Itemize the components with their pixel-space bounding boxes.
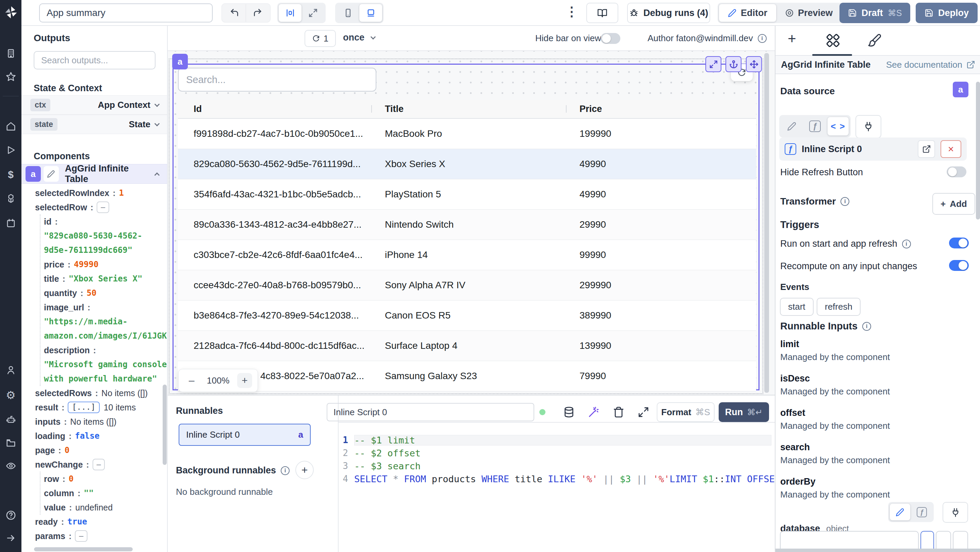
tree-row[interactable]: selectedRowIndex:1 xyxy=(21,186,168,200)
connect-plug-button[interactable] xyxy=(856,115,881,138)
schedule-dropdown[interactable]: once xyxy=(343,32,375,43)
column-header-title[interactable]: Title xyxy=(385,104,579,115)
run-on-start-toggle[interactable] xyxy=(949,237,969,248)
format-button[interactable]: Format ⌘S xyxy=(657,402,714,422)
move-component-button[interactable] xyxy=(746,56,762,72)
full-width-button[interactable] xyxy=(301,4,324,22)
desktop-view-button[interactable] xyxy=(360,4,382,22)
ctx-row[interactable]: ctx App Context xyxy=(21,95,168,115)
table-header[interactable]: Id Title Price xyxy=(178,100,756,119)
add-background-runnable-button[interactable]: + xyxy=(295,461,314,479)
zoom-in-button[interactable]: + xyxy=(237,373,252,388)
static-pencil-button[interactable] xyxy=(890,504,910,520)
column-header-id[interactable]: Id xyxy=(178,104,385,115)
tree-row[interactable]: amazon.com/images/I/61JGKho xyxy=(21,329,168,343)
tree-row[interactable]: with powerful hardware" xyxy=(21,372,168,386)
tree-row[interactable]: quantity:50 xyxy=(21,286,168,300)
code-line[interactable]: 3-- $3 search xyxy=(339,460,772,472)
tree-row[interactable]: selectedRow:– xyxy=(21,200,168,215)
more-menu-kebab-icon[interactable]: ⋮ xyxy=(565,4,578,19)
hide-bar-toggle[interactable] xyxy=(601,33,620,44)
connect-plug-button[interactable] xyxy=(943,502,968,523)
deploy-button[interactable]: Deploy xyxy=(916,3,978,23)
folders-icon[interactable] xyxy=(6,437,16,448)
tree-row[interactable]: 9d5e-7611199dc669" xyxy=(21,243,168,257)
tree-expand-box[interactable]: – xyxy=(75,530,88,542)
table-row[interactable]: b3e864c8-7fe3-4270-89e9-54c12038...Canon… xyxy=(178,301,756,331)
redo-button[interactable] xyxy=(246,4,269,22)
tree-expand-box[interactable]: – xyxy=(92,459,105,470)
tree-row[interactable]: "829ca080-5630-4562- xyxy=(21,229,168,243)
recompute-toggle[interactable] xyxy=(949,260,969,271)
run-button[interactable]: Run ⌘↵ xyxy=(719,402,769,422)
table-row[interactable]: c303bce7-cb2e-42c6-8fdf-6aa01fc4e4...iPh… xyxy=(178,240,756,270)
aggrid-table-component[interactable]: Search... Id Title Price f991898d-cb27-4… xyxy=(172,64,759,390)
tree-row[interactable]: image_url: xyxy=(21,300,168,315)
resources-cube-icon[interactable] xyxy=(6,193,16,204)
insert-component-tab-plus-icon[interactable]: + xyxy=(788,31,796,47)
draft-button[interactable]: Draft ⌘S xyxy=(840,3,910,23)
rename-pencil-button[interactable] xyxy=(43,166,59,182)
info-icon[interactable]: i xyxy=(758,34,767,43)
app-summary-input[interactable]: App summary xyxy=(39,3,213,22)
runnable-item-inline-script-0[interactable]: Inline Script 0 a xyxy=(179,424,311,446)
column-header-price[interactable]: Price xyxy=(579,104,756,115)
anchor-component-button[interactable] xyxy=(725,56,741,72)
remove-script-button[interactable]: × xyxy=(940,140,961,158)
info-icon[interactable]: i xyxy=(862,322,871,331)
canvas-grid[interactable]: a Search... Id Title Price f991898d-cb27… xyxy=(168,51,775,395)
eval-code-button[interactable]: < > xyxy=(827,117,849,135)
schedules-calendar-icon[interactable] xyxy=(6,218,16,228)
ai-wand-icon[interactable] xyxy=(588,406,600,418)
docs-book-button[interactable] xyxy=(586,3,618,23)
event-chip-start[interactable]: start xyxy=(780,298,814,316)
info-icon[interactable]: i xyxy=(902,240,911,248)
fn-input-button[interactable]: ƒ xyxy=(912,504,932,520)
tree-row[interactable]: description: xyxy=(21,343,168,357)
tree-row[interactable]: loading:false xyxy=(21,429,168,443)
table-row[interactable]: 89c0a336-1343-4812-ac34-e4bb8e27...Ninte… xyxy=(178,210,756,240)
zoom-out-button[interactable]: – xyxy=(184,373,199,388)
mobile-view-button[interactable] xyxy=(337,4,360,22)
refresh-count-button[interactable]: 1 xyxy=(305,30,336,47)
tree-row[interactable]: selectedRows:No items ([]) xyxy=(21,386,168,400)
canvas-scrollbar[interactable] xyxy=(764,53,769,393)
outputs-hscrollbar[interactable] xyxy=(34,547,133,551)
tree-row[interactable]: page:0 xyxy=(21,443,168,457)
windmill-logo-icon[interactable] xyxy=(3,5,18,20)
tab-editor[interactable]: Editor xyxy=(719,4,776,22)
fullscreen-icon[interactable] xyxy=(638,406,649,418)
settings-gear-icon[interactable]: ⚙ xyxy=(6,389,16,402)
tree-row[interactable]: newChange:– xyxy=(21,457,168,472)
outputs-scrollbar[interactable] xyxy=(163,385,167,465)
user-icon[interactable] xyxy=(6,365,16,375)
table-row[interactable]: 2128adca-7fc6-44bd-800c-dc115df6ac...Sur… xyxy=(178,331,756,361)
variables-dollar-icon[interactable]: $ xyxy=(8,169,14,180)
code-line[interactable]: 1-- $1 limit xyxy=(339,434,772,447)
hide-refresh-toggle[interactable] xyxy=(947,166,966,177)
tree-row[interactable]: "https://m.media- xyxy=(21,315,168,329)
tree-expand-box[interactable]: – xyxy=(97,202,109,213)
script-name-input[interactable]: Inline Script 0 xyxy=(327,403,534,421)
ai-robot-icon[interactable] xyxy=(6,414,16,424)
tree-row[interactable]: inputs:No items ([]) xyxy=(21,415,168,429)
chevron-up-icon[interactable] xyxy=(154,172,159,177)
help-icon[interactable] xyxy=(5,510,16,521)
tree-row[interactable]: value:undefined xyxy=(21,500,168,515)
tree-row[interactable]: id: xyxy=(21,215,168,229)
centered-layout-button[interactable] xyxy=(279,4,301,22)
search-outputs-input[interactable]: Search outputs... xyxy=(34,51,156,69)
tree-row[interactable]: price:49990 xyxy=(21,257,168,272)
code-line[interactable]: 4SELECT * FROM products WHERE title ILIK… xyxy=(339,472,772,485)
tree-row[interactable]: ready:true xyxy=(21,515,168,529)
collapse-arrow-icon[interactable] xyxy=(6,533,16,543)
tree-row[interactable]: column:"" xyxy=(21,486,168,500)
data-source-script-row[interactable]: ƒ Inline Script 0 × xyxy=(779,137,967,161)
tab-preview[interactable]: Preview xyxy=(776,4,842,22)
fn-input-button[interactable]: ƒ xyxy=(804,117,826,135)
debug-runs-button[interactable]: Debug runs (4) xyxy=(627,3,710,23)
home-icon[interactable] xyxy=(6,121,16,131)
tree-row[interactable]: "Microsoft gaming console xyxy=(21,357,168,372)
see-documentation-link[interactable]: See documentation xyxy=(886,60,975,70)
add-transformer-button[interactable]: + Add xyxy=(932,193,975,215)
